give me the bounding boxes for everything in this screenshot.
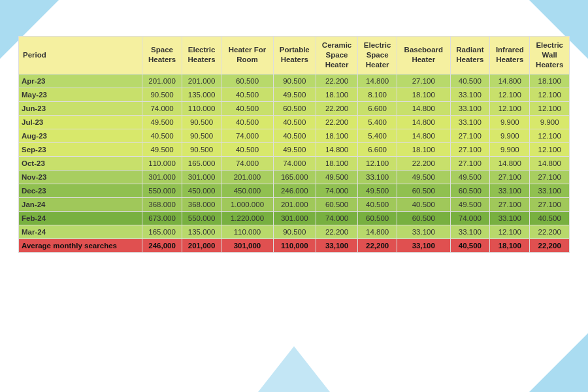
cell-value: 40.500 (358, 197, 397, 211)
cell-value: 201.000 (142, 74, 182, 88)
cell-value: 60.500 (221, 74, 273, 88)
table-wrapper: Period SpaceHeaters ElectricHeaters Heat… (18, 36, 570, 253)
average-value: 33,100 (316, 238, 357, 252)
cell-period: Nov-23 (19, 170, 142, 184)
cell-value: 49.500 (273, 88, 316, 101)
average-value: 22,200 (530, 238, 570, 252)
cell-value: 60.500 (273, 101, 316, 115)
cell-value: 201.000 (221, 170, 273, 184)
cell-value: 14.800 (397, 101, 450, 115)
cell-value: 40.500 (273, 129, 316, 142)
cell-value: 90.500 (182, 115, 221, 129)
cell-value: 22.200 (397, 156, 450, 170)
average-value: 18,100 (490, 238, 530, 252)
cell-value: 74.000 (316, 184, 357, 197)
cell-value: 40.500 (142, 129, 182, 142)
cell-value: 40.500 (397, 197, 450, 211)
cell-value: 33.100 (450, 225, 490, 238)
cell-value: 27.100 (450, 142, 490, 156)
cell-value: 18.100 (316, 88, 357, 101)
cell-period: Dec-23 (19, 184, 142, 197)
cell-value: 40.500 (221, 88, 273, 101)
cell-value: 22.200 (316, 101, 357, 115)
cell-value: 27.100 (530, 170, 570, 184)
table-row: Dec-23550.000450.000450.000246.00074.000… (19, 184, 570, 197)
cell-period: Jan-24 (19, 197, 142, 211)
table-row: Jan-24368.000368.0001.000.000201.00060.5… (19, 197, 570, 211)
cell-period: May-23 (19, 88, 142, 101)
cell-value: 368.000 (182, 197, 221, 211)
decorative-triangle-br (529, 333, 588, 392)
cell-value: 110.000 (221, 225, 273, 238)
cell-value: 165.000 (182, 156, 221, 170)
cell-period: Sep-23 (19, 142, 142, 156)
average-value: 201,000 (182, 238, 221, 252)
header-heater-for-room: Heater ForRoom (221, 37, 273, 74)
cell-value: 18.100 (397, 142, 450, 156)
cell-value: 27.100 (490, 197, 530, 211)
average-value: 110,000 (273, 238, 316, 252)
average-label: Average monthly searches (19, 238, 142, 252)
cell-value: 18.100 (316, 156, 357, 170)
cell-value: 49.500 (358, 184, 397, 197)
cell-value: 40.500 (530, 211, 570, 225)
cell-period: Feb-24 (19, 211, 142, 225)
cell-value: 14.800 (397, 129, 450, 142)
cell-value: 14.800 (358, 225, 397, 238)
heater-data-table: Period SpaceHeaters ElectricHeaters Heat… (18, 36, 570, 253)
cell-value: 74.000 (142, 101, 182, 115)
header-infrared-heaters: InfraredHeaters (490, 37, 530, 74)
average-value: 33,100 (397, 238, 450, 252)
table-row: Aug-2340.50090.50074.00040.50018.1005.40… (19, 129, 570, 142)
cell-value: 450.000 (221, 184, 273, 197)
average-row: Average monthly searches246,000201,00030… (19, 238, 570, 252)
cell-value: 246.000 (273, 184, 316, 197)
cell-value: 9.900 (490, 115, 530, 129)
cell-value: 22.200 (316, 225, 357, 238)
cell-value: 49.500 (142, 115, 182, 129)
table-row: Feb-24673.000550.0001.220.000301.00074.0… (19, 211, 570, 225)
cell-value: 550.000 (182, 211, 221, 225)
cell-value: 33.100 (450, 115, 490, 129)
table-row: Jun-2374.000110.00040.50060.50022.2006.6… (19, 101, 570, 115)
cell-value: 74.000 (316, 211, 357, 225)
cell-value: 135.000 (182, 225, 221, 238)
cell-value: 27.100 (530, 197, 570, 211)
cell-value: 49.500 (397, 170, 450, 184)
cell-value: 90.500 (273, 74, 316, 88)
cell-period: Jul-23 (19, 115, 142, 129)
cell-value: 49.500 (450, 197, 490, 211)
cell-value: 6.600 (358, 101, 397, 115)
cell-value: 60.500 (316, 197, 357, 211)
cell-value: 12.100 (530, 142, 570, 156)
cell-value: 12.100 (530, 101, 570, 115)
table-row: May-2390.500135.00040.50049.50018.1008.1… (19, 88, 570, 101)
table-row: Nov-23301.000301.000201.000165.00049.500… (19, 170, 570, 184)
cell-value: 9.900 (490, 129, 530, 142)
header-electric-space-heater: ElectricSpaceHeater (358, 37, 397, 74)
header-space-heaters: SpaceHeaters (142, 37, 182, 74)
cell-value: 1.000.000 (221, 197, 273, 211)
header-portable-heaters: PortableHeaters (273, 37, 316, 74)
cell-value: 27.100 (490, 170, 530, 184)
cell-value: 673.000 (142, 211, 182, 225)
cell-value: 33.100 (450, 101, 490, 115)
header-electric-heaters: ElectricHeaters (182, 37, 221, 74)
cell-value: 135.000 (182, 88, 221, 101)
cell-value: 22.200 (316, 115, 357, 129)
table-header-row: Period SpaceHeaters ElectricHeaters Heat… (19, 37, 570, 74)
cell-value: 301.000 (273, 211, 316, 225)
header-period: Period (19, 37, 142, 74)
decorative-triangle-bc (258, 346, 330, 392)
average-value: 22,200 (358, 238, 397, 252)
cell-value: 27.100 (450, 129, 490, 142)
average-value: 301,000 (221, 238, 273, 252)
cell-value: 18.100 (530, 74, 570, 88)
cell-value: 33.100 (397, 225, 450, 238)
cell-value: 90.500 (182, 129, 221, 142)
page-background: Period SpaceHeaters ElectricHeaters Heat… (0, 0, 588, 392)
cell-value: 14.800 (358, 74, 397, 88)
cell-value: 5.400 (358, 129, 397, 142)
header-radiant-heaters: RadiantHeaters (450, 37, 490, 74)
cell-value: 110.000 (142, 156, 182, 170)
